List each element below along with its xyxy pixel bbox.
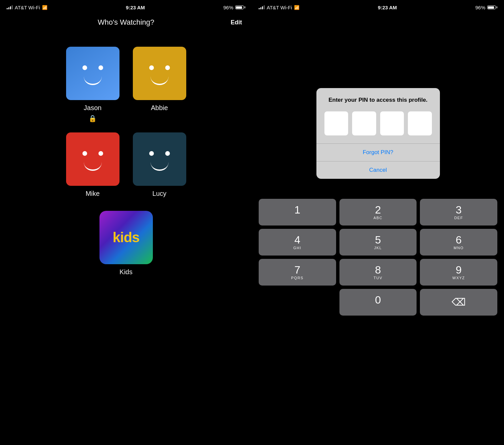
profile-name-abbie: Abbie — [151, 104, 168, 112]
whos-watching-header: Who's Watching? Edit — [0, 15, 252, 30]
profile-grid: Jason 🔒 Abbie — [39, 47, 213, 276]
key-3-number: 3 — [456, 204, 462, 215]
avatar-mike — [66, 132, 119, 186]
carrier-label-right: AT&T Wi-Fi — [267, 5, 292, 10]
carrier-label-left: AT&T Wi-Fi — [15, 5, 40, 10]
key-4[interactable]: 4 GHI — [259, 229, 336, 256]
profile-abbie[interactable]: Abbie — [133, 47, 186, 122]
key-2-number: 2 — [375, 204, 381, 215]
key-3-letters: DEF — [454, 216, 463, 220]
key-9-letters: WXYZ — [452, 276, 465, 280]
pin-dialog: Enter your PIN to access this profile. F… — [316, 88, 440, 179]
battery-icon-left — [235, 5, 245, 9]
key-5-number: 5 — [375, 235, 381, 245]
key-8-number: 8 — [375, 265, 381, 275]
status-bar-right: AT&T Wi-Fi 📶 9:23 AM 96% — [252, 0, 504, 15]
eye-right-abbie — [165, 65, 170, 70]
profile-mike[interactable]: Mike — [66, 132, 119, 197]
avatar-abbie — [133, 47, 186, 100]
pin-box-4[interactable] — [408, 111, 432, 135]
signal-icon — [7, 5, 13, 9]
backspace-key[interactable]: ⌫ — [420, 289, 497, 316]
key-8-letters: TUV — [373, 276, 383, 280]
key-1[interactable]: 1 — [259, 199, 336, 226]
eye-left-abbie — [149, 65, 154, 70]
eye-left-lucy — [149, 151, 154, 156]
key-2-letters: ABC — [373, 216, 383, 220]
battery-icon-right — [487, 5, 497, 9]
key-empty — [259, 289, 336, 316]
pin-inputs — [324, 111, 432, 135]
eye-right — [98, 65, 103, 70]
kids-label: kids — [112, 230, 139, 246]
profile-lucy[interactable]: Lucy — [133, 132, 186, 197]
header-title: Who's Watching? — [98, 18, 155, 27]
eye-left — [82, 65, 87, 70]
forgot-pin-button[interactable]: Forgot PIN? — [316, 144, 440, 161]
wifi-icon-left: 📶 — [42, 5, 47, 10]
right-panel: AT&T Wi-Fi 📶 9:23 AM 96% Enter your PIN … — [252, 0, 504, 445]
profile-name-mike: Mike — [85, 190, 99, 197]
time-left: 9:23 AM — [126, 5, 145, 10]
pin-dialog-title: Enter your PIN to access this profile. — [324, 96, 432, 104]
key-4-number: 4 — [294, 235, 300, 245]
smile-abbie — [151, 76, 169, 85]
eye-left-mike — [82, 151, 87, 156]
cancel-button[interactable]: Cancel — [316, 161, 440, 179]
avatar-kids: kids — [99, 211, 153, 264]
pin-dialog-body: Enter your PIN to access this profile. — [316, 88, 440, 135]
key-5[interactable]: 5 JKL — [339, 229, 417, 256]
key-7[interactable]: 7 PQRS — [259, 259, 336, 286]
smile-mike — [84, 162, 102, 171]
key-0[interactable]: 0 — [339, 289, 417, 316]
smiley-lucy — [133, 132, 186, 186]
pin-box-3[interactable] — [380, 111, 404, 135]
smiley-abbie — [133, 47, 186, 100]
eye-right-lucy — [165, 151, 170, 156]
profile-jason[interactable]: Jason 🔒 — [66, 47, 119, 122]
smile-lucy — [151, 162, 169, 171]
key-4-letters: GHI — [293, 246, 301, 250]
avatar-lucy — [133, 132, 186, 186]
profile-kids[interactable]: kids Kids — [99, 211, 153, 276]
status-bar-left: AT&T Wi-Fi 📶 9:23 AM 96% — [0, 0, 252, 15]
key-8[interactable]: 8 TUV — [339, 259, 417, 286]
time-right: 9:23 AM — [378, 5, 397, 10]
key-3[interactable]: 3 DEF — [420, 199, 497, 226]
profile-name-lucy: Lucy — [152, 190, 166, 197]
key-5-letters: JKL — [374, 246, 382, 250]
backspace-icon: ⌫ — [452, 296, 466, 308]
edit-button[interactable]: Edit — [231, 19, 242, 26]
lock-icon-jason: 🔒 — [88, 114, 97, 122]
battery-percent-right: 96% — [475, 5, 485, 10]
profile-name-jason: Jason — [84, 104, 101, 112]
numpad: 1 2 ABC 3 DEF 4 GHI 5 JKL 6 MNO 7 PQRS — [252, 199, 504, 316]
smiley-jason — [66, 47, 119, 100]
key-6-letters: MNO — [454, 246, 464, 250]
key-6-number: 6 — [456, 235, 462, 245]
key-9[interactable]: 9 WXYZ — [420, 259, 497, 286]
profile-name-kids: Kids — [119, 268, 133, 276]
pin-box-1[interactable] — [324, 111, 348, 135]
key-0-number: 0 — [375, 295, 381, 305]
battery-percent-left: 96% — [223, 5, 233, 10]
eye-right-mike — [98, 151, 103, 156]
smiley-mike — [66, 132, 119, 186]
avatar-jason — [66, 47, 119, 100]
pin-box-2[interactable] — [352, 111, 376, 135]
smile — [84, 76, 102, 85]
key-1-number: 1 — [294, 204, 300, 215]
left-panel: AT&T Wi-Fi 📶 9:23 AM 96% Who's Watching?… — [0, 0, 252, 445]
key-6[interactable]: 6 MNO — [420, 229, 497, 256]
key-7-letters: PQRS — [291, 276, 303, 280]
key-2[interactable]: 2 ABC — [339, 199, 417, 226]
key-7-number: 7 — [294, 265, 300, 275]
key-9-number: 9 — [456, 265, 462, 275]
signal-icon-right — [259, 5, 265, 9]
wifi-icon-right: 📶 — [294, 5, 299, 10]
